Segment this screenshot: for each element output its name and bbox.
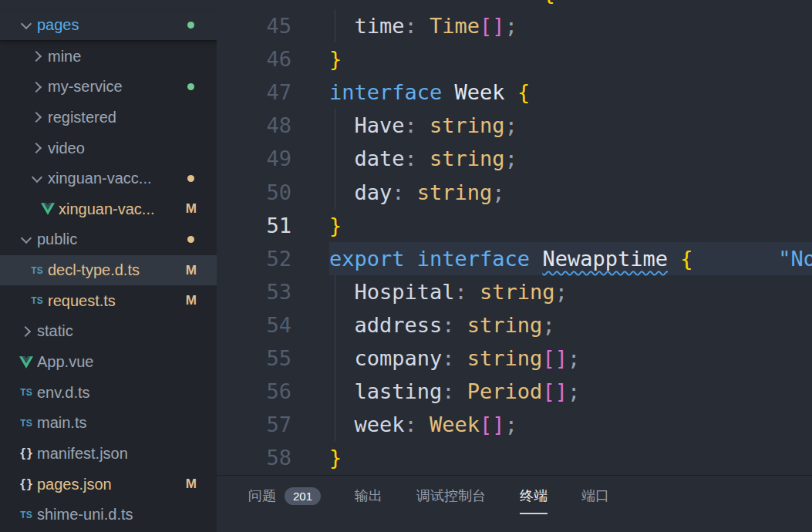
explorer-folder-my-service[interactable]: my-service [0,72,217,103]
tab-ports[interactable]: 端口 [581,487,609,514]
explorer-folder-xinguan-vacc[interactable]: xinguan-vacc... [0,163,217,194]
vue-icon [18,356,35,369]
explorer-file-main-ts[interactable]: TSmain.ts [0,408,217,439]
code-token: : [405,412,417,436]
code-token: interface [329,80,442,104]
code-token: Hospital [329,280,455,304]
code-line[interactable]: 55 company: string[]; [217,342,812,375]
code-line[interactable]: 44interface Period { [217,0,812,9]
line-number[interactable]: 52 [217,242,291,275]
code-line[interactable]: 54 address: string; [217,308,812,342]
line-number[interactable]: 46 [217,42,291,76]
code-text: } [329,209,342,242]
code-text: lasting: Period[]; [329,375,580,408]
code-lines: 44interface Period {45 time: Time[];46}4… [217,0,812,474]
tab-output[interactable]: 输出 [355,487,382,514]
explorer-file-app-vue[interactable]: App.vue [0,347,217,378]
line-number[interactable]: 50 [217,176,291,209]
code-line[interactable]: 47interface Week { [217,76,812,109]
typescript-icon: TS [18,418,35,429]
code-token: ; [568,379,580,403]
item-label: public [37,231,77,248]
line-number[interactable]: 45 [217,9,291,42]
line-number[interactable]: 51 [217,209,291,242]
code-line[interactable]: 48 Have: string; [217,109,812,142]
explorer-file-env-d-ts[interactable]: TSenv.d.ts [0,377,217,408]
code-token: string [417,180,493,204]
code-token: : [392,180,404,204]
code-token [530,247,542,271]
explorer-file-pages-json[interactable]: {}pages.jsonM [0,469,217,500]
item-label: xinguan-vac... [59,200,155,218]
code-token: : [455,280,467,304]
item-label: pages [37,16,79,34]
code-token: Week [430,412,480,436]
code-line[interactable]: 45 time: Time[]; [217,9,812,42]
code-token [455,346,467,370]
explorer-file-shime-uni-d-ts[interactable]: TSshime-uni.d.ts [0,500,217,530]
code-token: ; [505,14,517,38]
line-number[interactable]: 55 [217,342,291,375]
item-label: static [37,322,73,340]
explorer-folder-src[interactable]: src [0,0,217,11]
line-number[interactable]: 49 [217,142,291,175]
code-token: : [442,313,454,337]
code-token: } [329,47,342,71]
code-line[interactable]: 46} [217,42,812,76]
tab-problems[interactable]: 问题201 [248,487,321,514]
explorer-folder-public[interactable]: public [0,224,217,255]
sidebar-resize-sash[interactable] [215,0,217,532]
explorer-folder-pages[interactable]: pages [0,11,217,42]
code-line[interactable]: 51} [217,209,812,242]
explorer-file-xinguan-vac[interactable]: xinguan-vac...M [0,194,217,224]
item-label: manifest.json [37,445,128,463]
explorer-folder-mine[interactable]: mine [0,41,217,72]
line-number[interactable]: 47 [217,76,291,109]
explorer-file-request-ts[interactable]: TSrequest.tsM [0,285,217,316]
code-token [455,313,467,337]
code-token: Period [455,0,531,5]
explorer-folder-video[interactable]: video [0,133,217,163]
code-editor[interactable]: 44interface Period {45 time: Time[];46}4… [217,0,812,475]
item-label: App.vue [37,353,93,371]
code-token [442,0,454,5]
code-line[interactable]: 53 Hospital: string; [217,275,812,308]
explorer-folder-static[interactable]: static [0,316,217,347]
line-number[interactable]: 48 [217,109,291,142]
code-line[interactable]: 58} [217,441,812,474]
code-token [467,280,480,304]
line-number[interactable]: 44 [217,0,291,9]
code-text: interface Period { [329,0,555,9]
line-number[interactable]: 57 [217,408,291,441]
code-token [442,80,454,104]
json-icon: {} [18,446,35,460]
explorer-file-decl-type-d-ts[interactable]: TSdecl-type.d.tsM [0,255,217,286]
code-token: string [480,280,555,304]
code-token: Time [430,14,480,38]
line-number[interactable]: 53 [217,275,291,308]
tab-debug-console[interactable]: 调试控制台 [416,487,486,514]
git-modified-badge: M [186,201,197,217]
chevron-right-icon [29,52,45,60]
git-modified-badge: M [186,263,197,278]
code-token [530,0,542,5]
tab-terminal[interactable]: 终端 [520,487,548,514]
explorer-folder-registered[interactable]: registered [0,103,217,133]
line-number[interactable]: 58 [217,441,291,474]
chevron-down-icon [18,22,35,28]
line-number[interactable]: 54 [217,308,291,342]
code-token: } [329,446,342,470]
code-token: ; [568,346,580,370]
code-token: ; [505,412,517,436]
code-token: ; [505,113,517,137]
line-number[interactable]: 56 [217,375,291,408]
code-line[interactable]: 52export interface Newapptime {"No [217,242,812,275]
code-line[interactable]: 50 day: string; [217,176,812,209]
code-line[interactable]: 57 week: Week[]; [217,408,812,441]
item-label: xinguan-vacc... [48,170,152,187]
code-line[interactable]: 49 date: string; [217,142,812,175]
explorer-file-manifest-json[interactable]: {}manifest.json [0,439,217,470]
tab-label: 端口 [581,487,609,505]
code-line[interactable]: 56 lasting: Period[]; [217,375,812,408]
code-token: Newapptime [542,247,668,271]
